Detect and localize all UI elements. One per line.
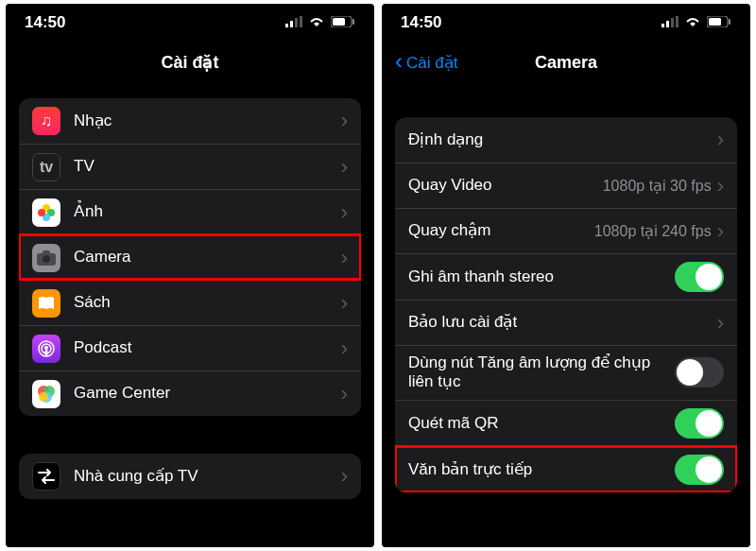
row-label: Nhà cung cấp TV — [74, 467, 341, 486]
svg-rect-27 — [709, 18, 721, 26]
chevron-right-icon: › — [341, 155, 348, 180]
row-label: Podcast — [74, 338, 341, 357]
status-time: 14:50 — [401, 13, 441, 32]
row-tv[interactable]: tv TV › — [19, 144, 361, 189]
svg-rect-25 — [676, 16, 679, 27]
settings-group: ♫ Nhạc › tv TV › Ảnh › Camera › — [19, 98, 361, 416]
signal-icon — [662, 13, 679, 32]
svg-rect-0 — [285, 24, 288, 27]
svg-rect-24 — [671, 18, 674, 27]
svg-rect-6 — [352, 19, 354, 25]
status-bar: 14:50 — [6, 4, 374, 42]
nav-header: ‹ Cài đặt Camera — [382, 42, 750, 83]
row-camera[interactable]: Camera › — [19, 234, 361, 280]
tv-icon: tv — [32, 153, 60, 181]
camera-icon — [32, 244, 60, 272]
chevron-right-icon: › — [341, 200, 348, 225]
camera-settings-group: Định dạng › Quay Video 1080p tại 30 fps … — [395, 117, 737, 492]
chevron-left-icon: ‹ — [395, 50, 403, 73]
row-label: Camera — [74, 248, 341, 267]
row-books[interactable]: Sách › — [19, 280, 361, 325]
row-live-text: Văn bản trực tiếp — [395, 446, 737, 492]
toggle-live-text[interactable] — [675, 455, 724, 485]
row-detail: 1080p tại 30 fps — [603, 177, 712, 195]
chevron-right-icon: › — [717, 311, 724, 336]
phone-settings: 14:50 Cài đặt ♫ Nhạc › tv TV › — [6, 4, 374, 547]
row-burst: Dùng nút Tăng âm lượng để chụp liên tục — [395, 345, 737, 400]
toggle-stereo[interactable] — [675, 262, 724, 292]
row-label: Quay Video — [408, 176, 603, 195]
chevron-right-icon: › — [341, 464, 348, 489]
row-gamecenter[interactable]: Game Center › — [19, 370, 361, 416]
wifi-icon — [308, 13, 325, 32]
music-icon: ♫ — [32, 107, 60, 135]
status-icons — [285, 13, 355, 32]
row-label: Quay chậm — [408, 221, 594, 240]
status-time: 14:50 — [25, 13, 65, 32]
svg-point-16 — [44, 346, 48, 350]
chevron-right-icon: › — [717, 174, 724, 198]
gamecenter-icon — [32, 380, 60, 408]
row-label: Sách — [74, 293, 341, 312]
chevron-right-icon: › — [341, 291, 348, 316]
svg-rect-23 — [666, 21, 669, 27]
row-record-video[interactable]: Quay Video 1080p tại 30 fps › — [395, 163, 737, 208]
row-podcast[interactable]: Podcast › — [19, 325, 361, 370]
row-stereo: Ghi âm thanh stereo — [395, 253, 737, 300]
page-title: Camera — [535, 53, 597, 73]
row-music[interactable]: ♫ Nhạc › — [19, 98, 361, 144]
chevron-right-icon: › — [341, 109, 348, 133]
back-label: Cài đặt — [406, 53, 457, 73]
chevron-right-icon: › — [341, 382, 348, 406]
row-format[interactable]: Định dạng › — [395, 117, 737, 163]
svg-point-13 — [43, 255, 50, 263]
row-label: Ảnh — [74, 202, 341, 221]
chevron-right-icon: › — [717, 128, 724, 152]
svg-rect-5 — [333, 18, 345, 26]
row-label: Định dạng — [408, 130, 717, 149]
row-photos[interactable]: Ảnh › — [19, 189, 361, 234]
svg-point-21 — [39, 392, 48, 402]
svg-rect-28 — [729, 19, 730, 25]
books-icon — [32, 289, 60, 318]
back-button[interactable]: ‹ Cài đặt — [395, 52, 457, 73]
nav-header: Cài đặt — [6, 42, 374, 83]
svg-rect-1 — [290, 21, 293, 27]
status-icons — [662, 13, 731, 32]
battery-icon — [331, 13, 355, 32]
row-label: Quét mã QR — [408, 414, 675, 433]
row-qr: Quét mã QR — [395, 400, 737, 446]
row-label: Bảo lưu cài đặt — [408, 313, 717, 332]
svg-rect-17 — [45, 350, 48, 355]
chevron-right-icon: › — [341, 336, 348, 361]
phone-camera-settings: 14:50 ‹ Cài đặt Camera Định dạng › Quay … — [382, 4, 750, 547]
photos-icon — [32, 198, 60, 227]
row-label: TV — [74, 157, 341, 176]
row-label: Nhạc — [74, 112, 341, 130]
podcast-icon — [32, 335, 60, 363]
wifi-icon — [684, 13, 701, 32]
status-bar: 14:50 — [382, 4, 750, 42]
svg-point-10 — [38, 209, 45, 216]
svg-rect-2 — [295, 18, 298, 27]
toggle-burst[interactable] — [675, 357, 724, 387]
chevron-right-icon: › — [717, 219, 724, 244]
row-label: Game Center — [74, 384, 341, 403]
battery-icon — [707, 13, 731, 32]
chevron-right-icon: › — [341, 246, 348, 270]
row-tv-provider[interactable]: Nhà cung cấp TV › — [19, 454, 361, 499]
row-label: Văn bản trực tiếp — [408, 460, 675, 479]
signal-icon — [285, 13, 302, 32]
tv-provider-group: Nhà cung cấp TV › — [19, 454, 361, 499]
svg-rect-22 — [662, 24, 664, 27]
row-preserve[interactable]: Bảo lưu cài đặt › — [395, 300, 737, 345]
row-detail: 1080p tại 240 fps — [594, 222, 712, 240]
svg-rect-3 — [300, 16, 302, 27]
page-title: Cài đặt — [161, 52, 218, 73]
toggle-qr[interactable] — [675, 408, 724, 439]
row-label: Ghi âm thanh stereo — [408, 267, 675, 286]
tv-provider-icon — [32, 462, 60, 491]
svg-rect-12 — [43, 250, 50, 255]
row-slow-mo[interactable]: Quay chậm 1080p tại 240 fps › — [395, 208, 737, 253]
row-label: Dùng nút Tăng âm lượng để chụp liên tục — [408, 353, 675, 392]
